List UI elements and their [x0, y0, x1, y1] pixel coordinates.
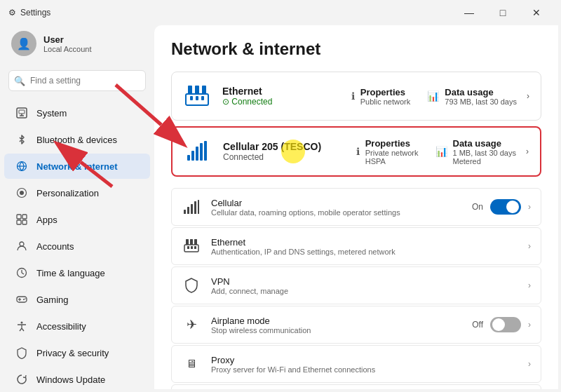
sidebar-item-accessibility[interactable]: Accessibility: [4, 313, 150, 339]
cellular-settings-arrow: ›: [528, 202, 531, 212]
svg-point-19: [23, 299, 25, 300]
airplane-settings-text: Airplane mode Stop wireless communicatio…: [211, 316, 462, 334]
cellular-data-usage[interactable]: 📊 Data usage 1 MB, last 30 days Metered …: [435, 138, 529, 165]
sidebar-item-update[interactable]: Windows Update: [4, 367, 150, 392]
sidebar-item-bluetooth[interactable]: Bluetooth & devices: [4, 127, 150, 152]
cellular-settings-title: Cellular: [211, 198, 462, 208]
ethernet-settings-desc: Authentication, IP and DNS settings, met…: [211, 248, 518, 256]
airplane-settings-icon: ✈: [182, 315, 201, 334]
cellular-status: Connected: [223, 152, 345, 162]
maximize-button[interactable]: □: [487, 3, 519, 22]
sidebar-item-label-privacy: Privacy & security: [36, 348, 109, 358]
vpn-settings-arrow: ›: [528, 281, 531, 290]
svg-rect-37: [194, 201, 196, 214]
svg-rect-30: [191, 151, 194, 161]
cellular-settings-text: Cellular Cellular data, roaming options,…: [211, 198, 462, 217]
sidebar-item-time[interactable]: Time & language: [4, 260, 150, 285]
ethernet-properties[interactable]: ℹ Properties Public network: [351, 87, 411, 106]
airplane-settings-title: Airplane mode: [211, 316, 462, 326]
svg-point-12: [20, 242, 24, 246]
user-type: Local Account: [43, 45, 92, 53]
ethernet-arrow: ›: [527, 91, 529, 101]
minimize-button[interactable]: —: [453, 3, 485, 22]
app-container: 👤 User Local Account 🔍 SystemBluetooth &…: [0, 22, 561, 392]
cellular-arrow: ›: [526, 147, 529, 156]
sidebar-item-network[interactable]: Network & internet: [4, 154, 150, 179]
svg-rect-36: [191, 204, 193, 214]
sidebar-item-label-accessibility: Accessibility: [36, 321, 86, 332]
proxy-settings-item[interactable]: 🖥 Proxy Proxy server for Wi-Fi and Ether…: [171, 345, 541, 383]
privacy-nav-icon: [15, 346, 28, 359]
vpn-settings-item[interactable]: VPN Add, connect, manage ›: [171, 266, 541, 304]
avatar: 👤: [11, 31, 36, 56]
user-section: 👤 User Local Account: [0, 22, 154, 65]
svg-rect-31: [196, 147, 198, 161]
svg-point-21: [21, 322, 23, 324]
main-content: Network & internet Et: [154, 25, 558, 389]
proxy-settings-arrow: ›: [528, 359, 531, 369]
cellular-toggle-label: On: [472, 202, 483, 212]
ethernet-card[interactable]: Ethernet ⊙ Connected ℹ Properties Public…: [171, 72, 541, 121]
cellular-settings-desc: Cellular data, roaming options, mobile o…: [211, 208, 462, 217]
ethernet-settings-item[interactable]: Ethernet Authentication, IP and DNS sett…: [171, 227, 541, 265]
sidebar-item-privacy[interactable]: Privacy & security: [4, 340, 150, 365]
cellular-info: Cellular 205 (TESCO) Connected: [223, 141, 345, 162]
sidebar-item-label-personalization: Personalization: [36, 188, 99, 198]
cellular-prop-icon: ℹ: [356, 146, 360, 157]
airplane-settings-item[interactable]: ✈ Airplane mode Stop wireless communicat…: [171, 306, 541, 344]
sidebar-item-personalization[interactable]: Personalization: [4, 180, 150, 205]
dialup-settings-item[interactable]: 📞 Dial-up Set up a dial-up internet conn…: [171, 384, 541, 389]
accounts-nav-icon: [15, 240, 28, 252]
close-button[interactable]: ✕: [520, 3, 553, 22]
vpn-settings-icon: [182, 276, 201, 295]
search-icon: 🔍: [14, 76, 25, 86]
ethernet-data-usage[interactable]: 📊 Data usage 793 MB, last 30 days ›: [427, 87, 529, 106]
airplane-toggle[interactable]: [490, 317, 521, 332]
cellular-prop-info: Properties Private network HSPA: [365, 138, 419, 165]
proxy-settings-icon: 🖥: [182, 354, 201, 374]
search-input[interactable]: [8, 70, 146, 91]
ethernet-usage-info: Data usage 793 MB, last 30 days: [445, 87, 517, 106]
ethernet-settings-arrow: ›: [528, 241, 531, 251]
settings-list: Cellular Cellular data, roaming options,…: [171, 188, 541, 389]
sidebar-item-accounts[interactable]: Accounts: [4, 234, 150, 259]
airplane-settings-arrow: ›: [528, 320, 531, 330]
network-cards: Ethernet ⊙ Connected ℹ Properties Public…: [171, 72, 541, 177]
user-name: User: [43, 34, 92, 45]
search-box[interactable]: 🔍: [8, 70, 146, 91]
svg-rect-1: [19, 110, 25, 114]
sidebar-item-apps[interactable]: Apps: [4, 207, 150, 232]
vpn-settings-right: ›: [528, 281, 531, 290]
cellular-settings-item[interactable]: Cellular Cellular data, roaming options,…: [171, 188, 541, 226]
cellular-toggle[interactable]: [490, 199, 521, 215]
svg-rect-10: [17, 220, 21, 224]
sidebar-item-system[interactable]: System: [4, 100, 150, 126]
sidebar-item-label-time: Time & language: [36, 268, 105, 278]
ethernet-name: Ethernet: [222, 86, 340, 97]
ethernet-settings-text: Ethernet Authentication, IP and DNS sett…: [211, 237, 518, 256]
airplane-settings-desc: Stop wireless communication: [211, 326, 462, 334]
nav-items: SystemBluetooth & devicesNetwork & inter…: [0, 97, 154, 392]
svg-rect-25: [202, 86, 206, 94]
sidebar-item-gaming[interactable]: Gaming: [4, 287, 150, 312]
proxy-settings-text: Proxy Proxy server for Wi-Fi and Etherne…: [211, 355, 518, 374]
airplane-settings-right: Off ›: [472, 317, 531, 332]
app-title: Settings: [20, 8, 50, 18]
system-nav-icon: [15, 107, 28, 119]
ethernet-settings-icon: [182, 236, 201, 256]
sidebar-item-label-network: Network & internet: [36, 161, 118, 172]
ethernet-info: Ethernet ⊙ Connected: [222, 86, 340, 107]
svg-rect-26: [190, 96, 193, 100]
bluetooth-nav-icon: [15, 133, 28, 146]
sidebar-item-label-apps: Apps: [36, 215, 58, 225]
svg-line-15: [22, 273, 24, 274]
vpn-settings-desc: Add, connect, manage: [211, 287, 518, 295]
ethernet-icon: [183, 82, 211, 110]
cellular-properties[interactable]: ℹ Properties Private network HSPA: [356, 138, 419, 165]
cellular-icon: [184, 137, 212, 165]
svg-rect-27: [196, 96, 198, 100]
svg-rect-29: [187, 155, 190, 161]
ethernet-prop-info: Properties Public network: [360, 87, 411, 106]
page-title: Network & internet: [171, 39, 541, 59]
cellular-card[interactable]: Cellular 205 (TESCO) Connected ℹ Propert…: [171, 126, 541, 177]
